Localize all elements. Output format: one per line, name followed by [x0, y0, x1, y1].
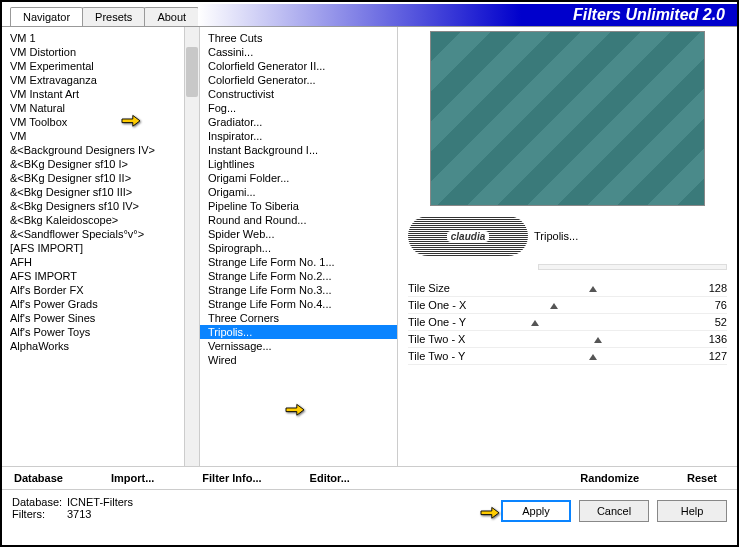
parameter-value: 52 [697, 316, 727, 328]
list-item[interactable]: [AFS IMPORT] [2, 241, 184, 255]
list-item[interactable]: Vernissage... [200, 339, 397, 353]
list-item[interactable]: Alf's Power Grads [2, 297, 184, 311]
list-item[interactable]: VM Natural [2, 101, 184, 115]
parameter-slider[interactable] [496, 350, 689, 362]
list-item[interactable]: VM Extravaganza [2, 73, 184, 87]
list-item[interactable]: Strange Life Form No. 1... [200, 255, 397, 269]
list-item[interactable]: Lightlines [200, 157, 397, 171]
parameter-slider[interactable] [496, 333, 689, 345]
list-item[interactable]: Colorfield Generator... [200, 73, 397, 87]
list-item[interactable]: Spirograph... [200, 241, 397, 255]
list-item[interactable]: Fog... [200, 101, 397, 115]
database-value: ICNET-Filters [67, 496, 133, 508]
list-item[interactable]: Constructivist [200, 87, 397, 101]
list-item[interactable]: VM Experimental [2, 59, 184, 73]
parameter-value: 127 [697, 350, 727, 362]
list-item[interactable]: Strange Life Form No.2... [200, 269, 397, 283]
list-item[interactable]: &<Sandflower Specials°v°> [2, 227, 184, 241]
filter-column: Three CutsCassini...Colorfield Generator… [200, 27, 398, 466]
header: Navigator Presets About Filters Unlimite… [2, 2, 737, 26]
list-item[interactable]: VM 1 [2, 31, 184, 45]
footer-buttons: Apply Cancel Help [501, 496, 727, 522]
list-item[interactable]: Pipeline To Siberia [200, 199, 397, 213]
list-item[interactable]: Alf's Power Sines [2, 311, 184, 325]
parameter-slider[interactable] [496, 316, 689, 328]
list-item[interactable]: VM Instant Art [2, 87, 184, 101]
list-item[interactable]: Tripolis... [200, 325, 397, 339]
import-button[interactable]: Import... [107, 472, 158, 484]
preview-column: claudia Tripolis... Tile Size128Tile One… [398, 27, 737, 466]
app-title: Filters Unlimited 2.0 [573, 6, 725, 24]
filter-list[interactable]: Three CutsCassini...Colorfield Generator… [200, 27, 397, 371]
list-item[interactable]: Strange Life Form No.3... [200, 283, 397, 297]
list-item[interactable]: &<BKg Designer sf10 I> [2, 157, 184, 171]
slider-thumb-icon[interactable] [550, 301, 558, 309]
list-item[interactable]: Alf's Power Toys [2, 325, 184, 339]
progress-bar [538, 264, 727, 270]
footer-info: Database:ICNET-Filters Filters:3713 [12, 496, 133, 520]
tab-presets[interactable]: Presets [82, 7, 145, 26]
list-item[interactable]: &<Bkg Kaleidoscope> [2, 213, 184, 227]
slider-thumb-icon[interactable] [589, 352, 597, 360]
parameter-label: Tile Two - Y [408, 350, 488, 362]
list-item[interactable]: VM Distortion [2, 45, 184, 59]
cancel-button[interactable]: Cancel [579, 500, 649, 522]
toolbar: Database Import... Filter Info... Editor… [2, 466, 737, 490]
reset-button[interactable]: Reset [683, 472, 721, 484]
apply-button[interactable]: Apply [501, 500, 571, 522]
list-item[interactable]: Gradiator... [200, 115, 397, 129]
parameter-value: 76 [697, 299, 727, 311]
list-item[interactable]: Inspirator... [200, 129, 397, 143]
list-item[interactable]: &<Bkg Designer sf10 III> [2, 185, 184, 199]
pointer-icon [479, 502, 501, 520]
tab-navigator[interactable]: Navigator [10, 7, 83, 26]
parameter-value: 128 [697, 282, 727, 294]
list-item[interactable]: Round and Round... [200, 213, 397, 227]
list-item[interactable]: VM Toolbox [2, 115, 184, 129]
list-item[interactable]: Three Cuts [200, 31, 397, 45]
scrollbar-thumb[interactable] [186, 47, 198, 97]
category-column: VM 1VM DistortionVM ExperimentalVM Extra… [2, 27, 200, 466]
list-item[interactable]: Spider Web... [200, 227, 397, 241]
slider-thumb-icon[interactable] [589, 284, 597, 292]
list-item[interactable]: &<Bkg Designers sf10 IV> [2, 199, 184, 213]
parameter-list: Tile Size128Tile One - X76Tile One - Y52… [408, 280, 727, 365]
list-item[interactable]: Origami... [200, 185, 397, 199]
parameter-row: Tile One - X76 [408, 297, 727, 314]
category-scrollbar[interactable] [184, 27, 199, 466]
help-button[interactable]: Help [657, 500, 727, 522]
parameter-slider[interactable] [496, 282, 689, 294]
list-item[interactable]: VM [2, 129, 184, 143]
main: VM 1VM DistortionVM ExperimentalVM Extra… [2, 26, 737, 466]
parameter-label: Tile Size [408, 282, 488, 294]
footer: Database:ICNET-Filters Filters:3713 Appl… [2, 490, 737, 528]
list-item[interactable]: &<BKg Designer sf10 II> [2, 171, 184, 185]
filters-count-label: Filters: [12, 508, 67, 520]
category-list[interactable]: VM 1VM DistortionVM ExperimentalVM Extra… [2, 27, 184, 466]
author-logo: claudia [408, 216, 528, 256]
database-button[interactable]: Database [10, 472, 67, 484]
list-item[interactable]: Strange Life Form No.4... [200, 297, 397, 311]
database-label: Database: [12, 496, 67, 508]
list-item[interactable]: AlphaWorks [2, 339, 184, 353]
tab-about[interactable]: About [144, 7, 199, 26]
parameter-slider[interactable] [496, 299, 689, 311]
list-item[interactable]: &<Background Designers IV> [2, 143, 184, 157]
filter-info-button[interactable]: Filter Info... [198, 472, 265, 484]
list-item[interactable]: Cassini... [200, 45, 397, 59]
list-item[interactable]: AFS IMPORT [2, 269, 184, 283]
list-item[interactable]: Wired [200, 353, 397, 367]
list-item[interactable]: Colorfield Generator II... [200, 59, 397, 73]
slider-thumb-icon[interactable] [594, 335, 602, 343]
author-logo-text: claudia [447, 231, 489, 242]
list-item[interactable]: AFH [2, 255, 184, 269]
parameter-label: Tile One - X [408, 299, 488, 311]
list-item[interactable]: Origami Folder... [200, 171, 397, 185]
parameter-row: Tile Two - Y127 [408, 348, 727, 365]
list-item[interactable]: Three Corners [200, 311, 397, 325]
list-item[interactable]: Instant Background I... [200, 143, 397, 157]
randomize-button[interactable]: Randomize [576, 472, 643, 484]
editor-button[interactable]: Editor... [306, 472, 354, 484]
slider-thumb-icon[interactable] [531, 318, 539, 326]
list-item[interactable]: Alf's Border FX [2, 283, 184, 297]
